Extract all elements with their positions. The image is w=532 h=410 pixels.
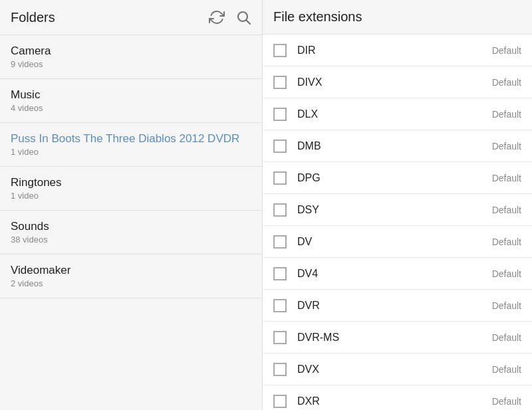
folder-list: Camera9 videosMusic4 videosPuss In Boots… [0,35,262,410]
folder-item[interactable]: Puss In Boots The Three Diablos 2012 DVD… [0,123,262,167]
ext-checkbox[interactable] [273,395,287,408]
folder-name: Camera [11,45,251,58]
folder-item[interactable]: Videomaker2 videos [0,255,262,298]
folder-item[interactable]: Music4 videos [0,79,262,123]
ext-item[interactable]: DV4Default [263,258,532,290]
ext-checkbox[interactable] [273,108,287,121]
ext-default-label: Default [492,45,521,56]
ext-name: DXR [297,395,492,407]
right-header: File extensions [263,0,532,35]
folder-name: Ringtones [11,176,251,189]
ext-default-label: Default [492,77,521,88]
ext-item[interactable]: DMBDefault [263,130,532,162]
ext-checkbox[interactable] [273,140,287,153]
folders-title: Folders [11,10,55,25]
ext-name: DIVX [297,76,492,88]
ext-item[interactable]: DVXDefault [263,354,532,385]
ext-item[interactable]: DPGDefault [263,162,532,194]
ext-name: DVR [297,300,492,312]
ext-checkbox[interactable] [273,363,287,376]
ext-name: DVR-MS [297,332,492,344]
ext-name: DVX [297,363,492,375]
folder-count: 1 video [11,191,251,201]
ext-default-label: Default [492,332,521,343]
ext-default-label: Default [492,205,521,215]
folder-name: Sounds [11,220,251,233]
ext-checkbox[interactable] [273,299,287,312]
ext-default-label: Default [492,237,521,247]
folder-count: 1 video [11,147,251,157]
ext-item[interactable]: DSYDefault [263,194,532,226]
folder-item[interactable]: Camera9 videos [0,35,262,79]
folder-count: 9 videos [11,59,251,69]
ext-item[interactable]: DIRDefault [263,35,532,66]
left-panel: Folders Camera9 videosMusic [0,0,263,410]
ext-default-label: Default [492,109,521,120]
ext-name: DSY [297,204,492,216]
ext-item[interactable]: DVR-MSDefault [263,322,532,354]
ext-name: DIR [297,45,492,56]
ext-checkbox[interactable] [273,44,287,57]
folder-count: 38 videos [11,235,251,245]
folder-name: Videomaker [11,264,251,277]
ext-default-label: Default [492,300,521,311]
folder-name: Music [11,88,251,102]
folder-item[interactable]: Sounds38 videos [0,211,262,255]
folder-count: 4 videos [11,103,251,113]
ext-item[interactable]: DVDefault [263,226,532,258]
folder-count: 2 videos [11,278,251,288]
ext-default-label: Default [492,141,521,152]
ext-name: DPG [297,172,492,184]
refresh-icon[interactable] [209,9,225,25]
main-container: Folders Camera9 videosMusic [0,0,532,410]
ext-name: DLX [297,108,492,120]
folder-item[interactable]: Ringtones1 video [0,167,262,211]
ext-checkbox[interactable] [273,331,287,344]
right-panel: File extensions DIRDefaultDIVXDefaultDLX… [263,0,532,410]
search-icon[interactable] [235,9,251,25]
ext-default-label: Default [492,173,521,183]
header-icons [209,9,251,25]
ext-item[interactable]: DXRDefault [263,385,532,410]
ext-default-label: Default [492,364,521,375]
ext-item[interactable]: DVRDefault [263,290,532,322]
ext-checkbox[interactable] [273,203,287,217]
ext-checkbox[interactable] [273,76,287,89]
folder-name: Puss In Boots The Three Diablos 2012 DVD… [11,132,251,146]
ext-checkbox[interactable] [273,171,287,185]
ext-default-label: Default [492,396,521,407]
extension-list: DIRDefaultDIVXDefaultDLXDefaultDMBDefaul… [263,35,532,410]
ext-item[interactable]: DLXDefault [263,98,532,130]
ext-item[interactable]: DIVXDefault [263,66,532,98]
ext-checkbox[interactable] [273,235,287,249]
file-extensions-title: File extensions [273,9,362,24]
ext-name: DV4 [297,268,492,280]
ext-default-label: Default [492,268,521,279]
ext-checkbox[interactable] [273,267,287,280]
left-header: Folders [0,0,262,35]
svg-line-1 [247,21,251,25]
ext-name: DMB [297,140,492,152]
ext-name: DV [297,236,492,248]
